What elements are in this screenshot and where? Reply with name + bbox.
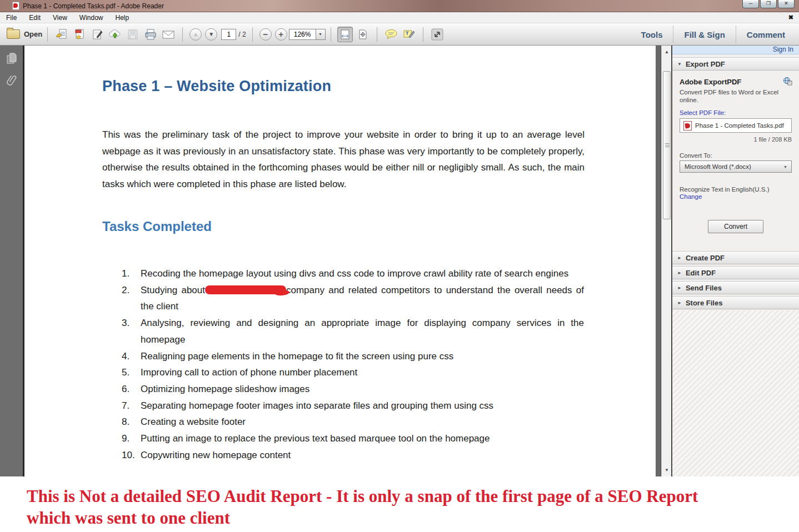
save-button[interactable] <box>125 27 141 42</box>
open-button[interactable]: Open <box>7 29 42 39</box>
task-item: 7.Separating homepage footer images into… <box>122 398 584 414</box>
share-file-button[interactable] <box>54 27 69 42</box>
zoom-out-button[interactable]: − <box>259 28 272 41</box>
minimize-button[interactable]: ─ <box>742 0 759 8</box>
document-title: Phase 1 – Website Optimization <box>102 78 331 95</box>
pdf-file-icon <box>683 121 692 131</box>
task-item: 3.Analysing, reviewing and designing an … <box>122 315 584 348</box>
expand-triangle-icon: ► <box>677 270 682 275</box>
convert-to-value: Microsoft Word (*.docx) <box>680 163 783 170</box>
attachments-paperclip-icon[interactable] <box>6 72 18 89</box>
tab-tools[interactable]: Tools <box>631 30 673 39</box>
sign-document-button[interactable] <box>89 27 105 42</box>
create-pdf-button[interactable] <box>72 27 87 42</box>
task-item: 5.Improving call to action of phone numb… <box>122 364 584 381</box>
task-item: 8.Creating a website footer <box>122 414 584 430</box>
file-meta: 1 file / 208 KB <box>754 136 792 143</box>
tab-comment[interactable]: Comment <box>736 30 796 39</box>
document-star-icon <box>73 28 86 41</box>
edit-pdf-header[interactable]: ► Edit PDF <box>672 266 799 279</box>
tasks-list: 1.Recoding the homepage layout using div… <box>122 265 584 463</box>
convert-button[interactable]: Convert <box>708 220 763 233</box>
exportpdf-globe-icon <box>782 77 792 86</box>
envelope-icon <box>162 28 175 41</box>
change-link[interactable]: Change <box>680 193 702 200</box>
zoom-in-button[interactable]: + <box>275 28 287 41</box>
page-number-input[interactable] <box>221 29 236 40</box>
menu-file[interactable]: File <box>0 13 23 23</box>
close-button[interactable]: ✕ <box>778 0 795 8</box>
fit-width-button[interactable] <box>337 27 353 42</box>
selected-file-name: Phase 1 - Completed Tasks.pdf <box>695 122 784 129</box>
convert-to-dropdown[interactable]: Microsoft Word (*.docx) ▼ <box>680 160 792 173</box>
tools-panel: Sign In ▼ Export PDF Adobe ExportPDF Con… <box>671 46 799 476</box>
menu-edit[interactable]: Edit <box>23 13 47 23</box>
cloud-upload-icon <box>108 28 122 41</box>
toolbar: Open <box>0 23 799 46</box>
exportpdf-description: Convert PDF files to Word or Excel onlin… <box>680 88 780 104</box>
store-files-header[interactable]: ► Store Files <box>672 296 799 309</box>
adobe-reader-pdf-icon <box>12 2 19 10</box>
convert-to-label: Convert To: <box>680 152 712 159</box>
svg-text:T: T <box>406 31 409 36</box>
fit-width-icon <box>339 29 351 40</box>
window-title: Phase 1 - Completed Tasks.pdf - Adobe Re… <box>23 2 164 10</box>
page-total-label: / 2 <box>238 31 246 38</box>
open-label: Open <box>24 30 42 38</box>
previous-page-button[interactable]: ▲ <box>189 28 202 41</box>
scroll-up-button[interactable]: ▲ <box>662 47 671 56</box>
title-bar: Phase 1 - Completed Tasks.pdf - Adobe Re… <box>0 0 799 12</box>
document-paragraph: This was the preliminary task of the pro… <box>102 127 585 193</box>
expand-triangle-icon: ► <box>677 285 682 290</box>
zoom-dropdown-arrow[interactable]: ▼ <box>316 29 326 40</box>
seo-note-text: This is Not a detailed SEO Audit Report … <box>27 485 698 529</box>
menu-view[interactable]: View <box>47 13 73 23</box>
dropdown-arrow-icon: ▼ <box>783 165 791 169</box>
task-item: 4.Realigning page elements in the homepa… <box>122 348 584 365</box>
cloud-upload-button[interactable] <box>107 27 123 42</box>
print-button[interactable] <box>143 27 158 42</box>
annotation-area: This is Not a detailed SEO Audit Report … <box>0 476 799 532</box>
scroll-down-button[interactable]: ▼ <box>662 465 671 474</box>
pdf-page: Phase 1 – Website Optimization This was … <box>26 46 656 476</box>
fit-page-button[interactable] <box>355 27 371 42</box>
folder-icon <box>7 29 20 39</box>
text-highlight-pen-icon: T <box>402 28 416 41</box>
collapse-triangle-icon: ▼ <box>677 62 682 67</box>
fill-sign-button[interactable]: T <box>401 27 417 42</box>
menu-window[interactable]: Window <box>73 13 109 23</box>
document-arrow-icon <box>56 28 68 41</box>
export-pdf-header[interactable]: ▼ Export PDF <box>672 57 799 71</box>
panel-tabs: Tools Fill & Sign Comment <box>631 23 796 46</box>
create-pdf-header[interactable]: ► Create PDF <box>672 251 799 264</box>
document-subtitle: Tasks Completed <box>102 219 212 234</box>
fullscreen-arrows-icon <box>431 28 444 41</box>
navigation-pane-strip <box>0 46 24 476</box>
sign-in-link[interactable]: Sign In <box>672 46 799 54</box>
exportpdf-brand: Adobe ExportPDF <box>680 78 741 86</box>
menu-help[interactable]: Help <box>109 13 136 23</box>
selected-file-box[interactable]: Phase 1 - Completed Tasks.pdf <box>680 118 792 133</box>
vertical-scrollbar[interactable]: ▲ ▼ <box>661 46 671 476</box>
save-floppy-icon <box>127 28 139 41</box>
panel-empty-hatch <box>672 310 799 476</box>
restore-button[interactable]: ❐ <box>760 0 777 8</box>
close-document-icon[interactable]: ✖ <box>788 14 793 21</box>
speech-bubble-icon <box>384 28 398 41</box>
task-item: 1.Recoding the homepage layout using div… <box>122 265 584 282</box>
email-button[interactable] <box>161 27 176 42</box>
scrollbar-thumb[interactable] <box>663 71 671 219</box>
tab-fill-sign[interactable]: Fill & Sign <box>673 30 735 39</box>
redaction-mark <box>205 285 286 294</box>
menu-bar: File Edit View Window Help ✖ <box>0 12 799 23</box>
task-item: 6.Optimizing homepage slideshow images <box>122 381 584 398</box>
select-pdf-file-label: Select PDF File: <box>680 109 726 116</box>
send-files-header[interactable]: ► Send Files <box>672 281 799 294</box>
page-thumbnails-icon[interactable] <box>6 52 18 66</box>
fullscreen-button[interactable] <box>430 27 445 42</box>
task-item: 9.Putting an image to replace the previo… <box>122 430 584 447</box>
recognize-text-label: Recognize Text in English(U.S.) <box>680 186 770 193</box>
next-page-button[interactable]: ▼ <box>205 28 217 41</box>
zoom-level-input[interactable] <box>289 29 316 40</box>
comment-button[interactable] <box>383 27 399 42</box>
